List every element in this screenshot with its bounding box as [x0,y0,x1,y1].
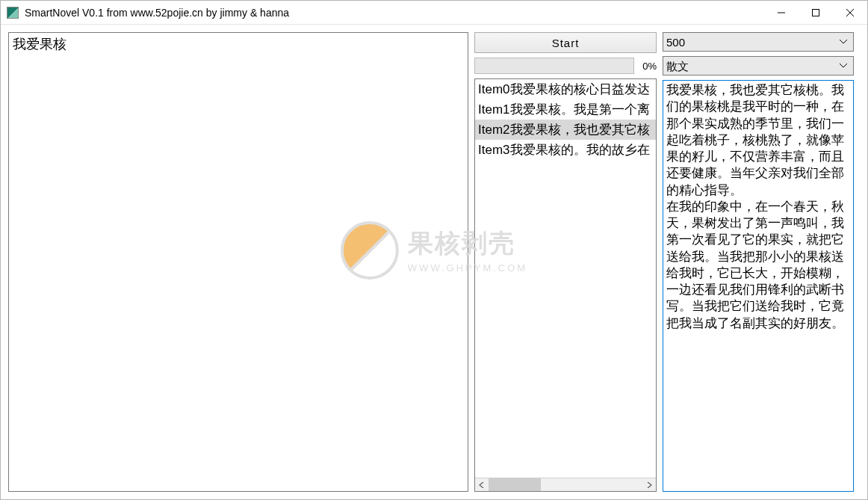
output-panel: 500 散文 我爱果核，我也爱其它核桃。我们的果核桃是我平时的一种，在那个果实成… [663,32,854,492]
app-icon [7,7,19,19]
progress-row: 0% [474,58,657,74]
minimize-button[interactable] [764,1,799,24]
progress-percent: 0% [637,61,657,72]
results-list[interactable]: Item0我爱果核的核心日益发达Item1我爱果核。我是第一个离Item2我爱果… [474,78,657,492]
svg-rect-1 [813,9,819,16]
scroll-left-button[interactable] [475,478,489,491]
window-title: SmartNovel V0.1 from www.52pojie.cn by j… [25,7,764,19]
scroll-thumb[interactable] [489,478,541,491]
list-item[interactable]: Item2我爱果核，我也爱其它核 [475,120,656,140]
window-controls [764,1,867,24]
scroll-track[interactable] [489,478,642,491]
app-window: SmartNovel V0.1 from www.52pojie.cn by j… [0,0,868,500]
titlebar[interactable]: SmartNovel V0.1 from www.52pojie.cn by j… [1,1,867,25]
control-panel: Start 0% Item0我爱果核的核心日益发达Item1我爱果核。我是第一个… [474,32,657,492]
type-select[interactable]: 散文 [663,56,854,75]
start-button[interactable]: Start [474,32,657,53]
prompt-input[interactable] [8,32,468,492]
list-item[interactable]: Item1我爱果核。我是第一个离 [475,99,656,120]
close-button[interactable] [833,1,867,24]
count-select[interactable]: 500 [663,32,854,52]
scroll-right-button[interactable] [642,478,656,491]
output-text[interactable]: 我爱果核，我也爱其它核桃。我们的果核桃是我平时的一种，在那个果实成熟的季节里，我… [663,80,854,492]
maximize-button[interactable] [799,1,833,24]
list-item[interactable]: Item0我爱果核的核心日益发达 [475,79,656,99]
client-area: Start 0% Item0我爱果核的核心日益发达Item1我爱果核。我是第一个… [1,25,867,499]
horizontal-scrollbar[interactable] [475,478,656,491]
input-panel [8,32,468,492]
list-item[interactable]: Item3我爱果核的。我的故乡在 [475,140,656,160]
progress-bar [474,58,634,74]
